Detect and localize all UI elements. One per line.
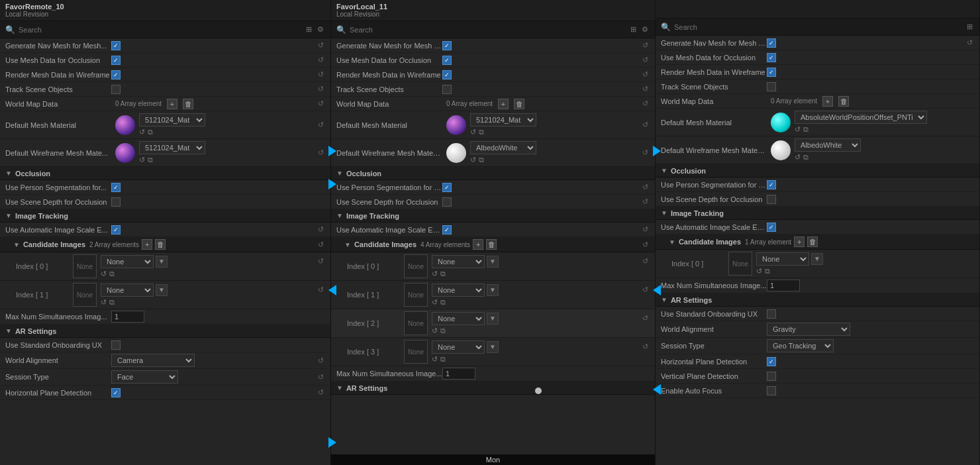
- remove-candidate-left[interactable]: 🗑: [155, 239, 166, 250]
- revert-index-0-left[interactable]: ↺: [317, 257, 325, 266]
- reset-wireframe-left[interactable]: ↺: [139, 156, 145, 164]
- search-input-center[interactable]: [350, 26, 626, 34]
- cb-track-scene-left[interactable]: [111, 85, 121, 94]
- cb-auto-scale-left[interactable]: [111, 225, 121, 234]
- cb-generate-nav-center[interactable]: [442, 41, 452, 50]
- cb-render-mesh-right[interactable]: [767, 68, 776, 77]
- section-ar-left[interactable]: ▼ AR Settings: [0, 325, 330, 338]
- revert-default-mat-left[interactable]: ↺: [317, 121, 325, 129]
- select-default-mat-right[interactable]: AbsoluteWorldPositionOffset_PNTi: [795, 111, 927, 124]
- copy-wireframe-center[interactable]: ⧉: [479, 156, 484, 164]
- input-max-sim-left[interactable]: [111, 311, 144, 323]
- section-candidate-left[interactable]: ▼ Candidate Images 2 Array elements + 🗑 …: [0, 237, 330, 252]
- cb-vert-plane-right[interactable]: [767, 372, 776, 381]
- revert-session-type-left[interactable]: ↺: [317, 373, 325, 382]
- select-world-align-left[interactable]: Camera Gravity GravityAndHeading: [111, 354, 195, 367]
- cb-track-scene-right[interactable]: [767, 82, 776, 91]
- revert-track-scene-left[interactable]: ↺: [317, 85, 325, 93]
- copy-index-0-right[interactable]: ⧉: [765, 267, 770, 276]
- revert-use-mesh-left[interactable]: ↺: [317, 56, 325, 64]
- select-session-type-right[interactable]: Geo Tracking WorldTracking Face: [767, 339, 834, 352]
- revert-generate-nav-left[interactable]: ↺: [317, 41, 325, 50]
- cb-onboarding-left[interactable]: [111, 340, 121, 350]
- revert-render-mesh-left[interactable]: ↺: [317, 70, 325, 79]
- add-candidate-left[interactable]: +: [142, 239, 152, 250]
- reset-mat-right[interactable]: ↺: [795, 125, 801, 134]
- remove-candidate-center[interactable]: 🗑: [486, 239, 497, 250]
- select-index-2-center[interactable]: None: [432, 312, 485, 325]
- cb-auto-focus-right[interactable]: [767, 386, 776, 395]
- gear-icon-left[interactable]: ⚙: [316, 25, 325, 34]
- section-occlusion-center[interactable]: ▼ Occlusion: [331, 167, 655, 180]
- select-index-0-center[interactable]: None: [432, 255, 485, 268]
- cb-horiz-plane-left[interactable]: [111, 388, 121, 397]
- revert-index-1-left[interactable]: ↺: [317, 285, 325, 294]
- dropdown-arrow-1-left[interactable]: ▼: [156, 284, 168, 296]
- cb-auto-scale-right[interactable]: [767, 223, 776, 232]
- revert-horiz-plane-left[interactable]: ↺: [317, 388, 325, 397]
- add-candidate-center[interactable]: +: [473, 239, 483, 250]
- copy-index-1-left[interactable]: ⧉: [109, 298, 115, 307]
- cb-render-mesh-center[interactable]: [442, 70, 452, 79]
- cb-horiz-plane-right[interactable]: [767, 357, 776, 366]
- reset-wireframe-center[interactable]: ↺: [470, 156, 476, 164]
- revert-wireframe-mat-center[interactable]: ↺: [641, 148, 650, 157]
- revert-index-2-center[interactable]: ↺: [641, 314, 650, 323]
- add-array-world-map-right[interactable]: +: [822, 96, 833, 107]
- copy-index-0-left[interactable]: ⧉: [109, 270, 115, 278]
- revert-generate-nav-right[interactable]: ↺: [965, 38, 974, 47]
- select-default-mat-left[interactable]: 5121024_Mat: [139, 113, 205, 127]
- revert-default-mat-center[interactable]: ↺: [641, 121, 650, 129]
- gear-icon-center[interactable]: ⚙: [640, 25, 650, 34]
- revert-scene-depth-center[interactable]: ↺: [641, 197, 650, 206]
- revert-world-map-left[interactable]: ↺: [317, 99, 325, 108]
- dropdown-arrow-0-right[interactable]: ▼: [811, 253, 823, 265]
- reset-index-0-right[interactable]: ↺: [756, 267, 762, 276]
- select-index-1-center[interactable]: None: [432, 284, 485, 297]
- revert-index-3-center[interactable]: ↺: [641, 342, 650, 351]
- remove-array-world-map-right[interactable]: 🗑: [838, 96, 849, 107]
- reset-index-1-center[interactable]: ↺: [432, 298, 438, 307]
- reset-wireframe-right[interactable]: ↺: [795, 153, 801, 162]
- cb-track-scene-center[interactable]: [442, 85, 452, 94]
- select-wireframe-mat-right[interactable]: AlbedoWhite: [795, 138, 861, 152]
- select-wireframe-mat-left[interactable]: 5121024_Mat: [139, 141, 205, 154]
- revert-candidate-center[interactable]: ↺: [641, 240, 650, 249]
- grid-icon-center[interactable]: ⊞: [629, 25, 638, 34]
- revert-auto-scale-center[interactable]: ↺: [641, 225, 650, 234]
- cb-person-seg-right[interactable]: [767, 180, 776, 189]
- revert-render-mesh-center[interactable]: ↺: [641, 70, 650, 79]
- select-wireframe-mat-center[interactable]: AlbedoWhite: [470, 141, 536, 154]
- copy-mat-center[interactable]: ⧉: [479, 128, 484, 136]
- dropdown-arrow-3-center[interactable]: ▼: [487, 341, 499, 353]
- add-array-world-map-left[interactable]: +: [167, 99, 177, 109]
- copy-index-0-center[interactable]: ⧉: [440, 270, 446, 278]
- cb-scene-depth-left[interactable]: [111, 197, 121, 207]
- select-world-align-right[interactable]: Gravity Camera GravityAndHeading: [767, 323, 850, 336]
- dropdown-arrow-0-center[interactable]: ▼: [487, 256, 499, 268]
- copy-mat-right[interactable]: ⧉: [803, 125, 808, 134]
- cb-generate-nav-right[interactable]: [767, 38, 776, 48]
- section-candidate-right[interactable]: ▼ Candidate Images 1 Array element + 🗑: [656, 234, 979, 250]
- cb-onboarding-right[interactable]: [767, 309, 776, 319]
- revert-auto-scale-left[interactable]: ↺: [317, 225, 325, 234]
- cb-person-seg-center[interactable]: [442, 183, 452, 192]
- select-session-type-left[interactable]: Face WorldTracking Geo Tracking: [111, 370, 178, 384]
- reset-index-0-center[interactable]: ↺: [432, 270, 438, 278]
- copy-wireframe-left[interactable]: ⧉: [148, 156, 153, 164]
- section-ar-center[interactable]: ▼ AR Settings: [331, 382, 655, 395]
- revert-world-map-center[interactable]: ↺: [641, 99, 650, 108]
- select-default-mat-center[interactable]: 5121024_Mat: [470, 113, 536, 127]
- section-ar-right[interactable]: ▼ AR Settings: [656, 293, 979, 307]
- revert-person-seg-center[interactable]: ↺: [641, 183, 650, 191]
- copy-wireframe-right[interactable]: ⧉: [803, 153, 808, 162]
- cb-auto-scale-center[interactable]: [442, 225, 452, 234]
- search-input-right[interactable]: [674, 23, 962, 31]
- copy-index-3-center[interactable]: ⧉: [440, 355, 446, 364]
- reset-mat-center[interactable]: ↺: [470, 128, 476, 136]
- grid-icon-right[interactable]: ⊞: [965, 22, 974, 32]
- grid-icon-left[interactable]: ⊞: [305, 25, 313, 34]
- cb-scene-depth-center[interactable]: [442, 197, 452, 207]
- cb-person-seg-left[interactable]: [111, 183, 121, 192]
- add-candidate-right[interactable]: +: [794, 236, 805, 247]
